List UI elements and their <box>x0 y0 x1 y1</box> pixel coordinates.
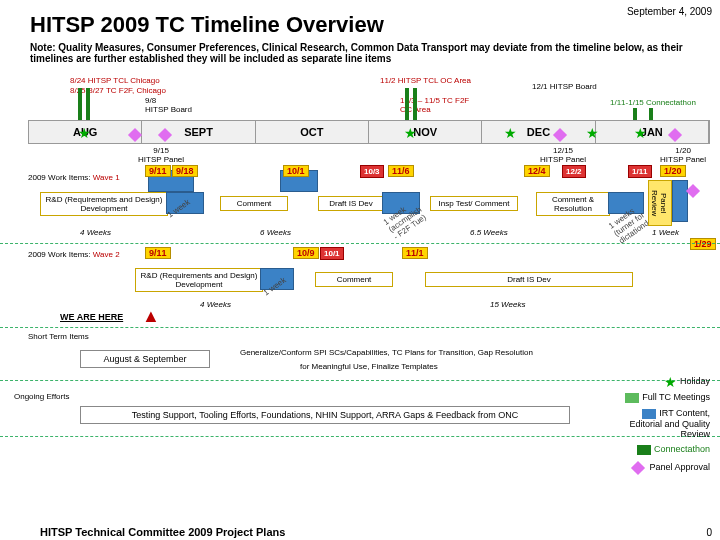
wave2-phase: Wave 2 <box>91 250 120 259</box>
lbl-weeks: 1 Week <box>652 228 679 237</box>
box-draft: Draft IS Dev <box>318 196 384 211</box>
legend-irt: IRT Content, Editorial and Quality Revie… <box>610 408 710 439</box>
tag-date: 11/6 <box>388 165 414 177</box>
month-cell: NOV <box>369 121 482 143</box>
box-insp: Insp Test/ Comment <box>430 196 518 211</box>
legend-full: Full TC Meetings <box>625 392 710 403</box>
lbl-weeks: 4 Weeks <box>80 228 111 237</box>
box-rnd2: R&D (Requirements and Design) Developmen… <box>135 268 263 292</box>
lbl-weeks: 4 Weeks <box>200 300 231 309</box>
marker-line <box>86 88 90 120</box>
box-augsep: August & September <box>80 350 210 368</box>
tag-date: 10/9 <box>293 247 319 259</box>
date-label: September 4, 2009 <box>627 6 712 17</box>
slide-number: 0 <box>706 527 712 538</box>
annot-hitsp-board-dec: 12/1 HITSP Board <box>532 82 597 91</box>
ongoing-title: Ongoing Efforts <box>14 392 69 401</box>
arrow-icon: ▲ <box>142 306 160 327</box>
annot-panel-dec: 12/15 HITSP Panel <box>540 146 586 164</box>
marker-line <box>413 88 417 120</box>
star-icon: ★ <box>404 125 417 141</box>
annot-tcl-oc: 11/2 HITSP TCL OC Area <box>380 76 471 85</box>
annot-hitsp-board-sep: 9/8 HITSP Board <box>145 96 192 114</box>
diamond-icon <box>670 129 686 140</box>
marker-line <box>78 88 82 120</box>
legend-holiday: ★ Holiday <box>664 374 710 390</box>
diamond-icon <box>688 185 704 196</box>
short-desc1: Generalize/Conform SPI SCs/Capabilities,… <box>240 348 533 357</box>
tag-date: 9/18 <box>172 165 198 177</box>
wave1-phase: Wave 1 <box>91 173 120 182</box>
page-title: HITSP 2009 TC Timeline Overview <box>30 12 384 38</box>
star-icon: ★ <box>634 125 647 141</box>
marker-line <box>649 108 653 120</box>
diamond-icon <box>130 129 146 140</box>
bar-small <box>672 180 688 222</box>
short-title: Short Term Items <box>28 332 89 341</box>
month-cell: OCT <box>256 121 369 143</box>
legend-panel: Panel Approval <box>633 462 710 473</box>
box-panel-review: Panel Review <box>648 180 672 226</box>
we-are-here: WE ARE HERE <box>60 312 123 322</box>
month-cell: JAN <box>596 121 709 143</box>
legend-conn: Connectathon <box>637 444 710 455</box>
box-comment: Comment <box>220 196 288 211</box>
marker-line <box>405 88 409 120</box>
short-desc2: for Meaningful Use, Finalize Templates <box>300 362 438 371</box>
annot-connectathon: 1/11-1/15 Connectathon <box>610 98 696 107</box>
tag-date: 12/4 <box>524 165 550 177</box>
tag-date: 9/11 <box>145 165 171 177</box>
marker-line <box>633 108 637 120</box>
box-cres: Comment & Resolution <box>536 192 610 216</box>
lbl-weeks: 6 Weeks <box>260 228 291 237</box>
box-draft2: Draft IS Dev <box>425 272 633 287</box>
month-cell: DEC <box>482 121 595 143</box>
diamond-icon <box>555 129 571 140</box>
red-tag: 12/2 <box>562 165 586 178</box>
annot-panel-sep: 9/15 HITSP Panel <box>138 146 184 164</box>
tag-date: 1/20 <box>660 165 686 177</box>
tag-date: 1/29 <box>690 238 716 250</box>
wave2-label: 2009 Work Items: <box>28 250 91 259</box>
lbl-weeks: 15 Weeks <box>490 300 525 309</box>
box-comment2: Comment <box>315 272 393 287</box>
star-icon: ★ <box>504 125 517 141</box>
annot-tc-f2f-oc: 11/3 – 11/5 TC F2F OC Area <box>400 96 469 114</box>
diamond-icon <box>160 129 176 140</box>
annot-tcl-chicago: 8/24 HITSP TCL Chicago <box>70 76 160 85</box>
star-icon: ★ <box>586 125 599 141</box>
tag-date: 10/1 <box>283 165 309 177</box>
tag-date: 9/11 <box>145 247 171 259</box>
tag-date: 11/1 <box>402 247 428 259</box>
box-ongoing: Testing Support, Tooling Efforts, Founda… <box>80 406 570 424</box>
annot-tc-f2f-chicago: 8/25-8/27 TC F2F, Chicago <box>70 86 166 95</box>
annot-panel-jan: 1/20 HITSP Panel <box>660 146 706 164</box>
red-tag: 10/3 <box>360 165 384 178</box>
red-tag: 10/1 <box>320 247 344 260</box>
box-rnd: R&D (Requirements and Design) Developmen… <box>40 192 168 216</box>
wave1-label: 2009 Work Items: <box>28 173 91 182</box>
note-text: Note: Quality Measures, Consumer Prefere… <box>30 42 712 64</box>
red-tag: 1/11 <box>628 165 652 178</box>
lbl-weeks: 6.5 Weeks <box>470 228 508 237</box>
star-icon: ★ <box>78 125 91 141</box>
footer-text: HITSP Technical Committee 2009 Project P… <box>40 526 285 538</box>
